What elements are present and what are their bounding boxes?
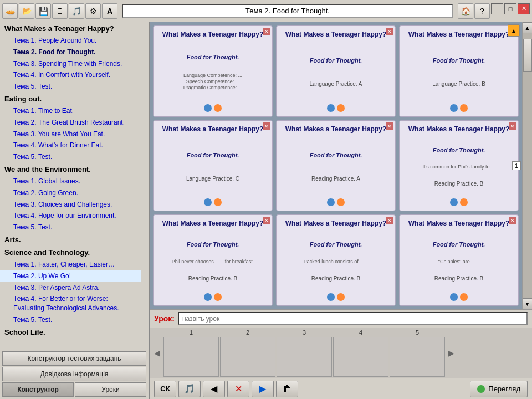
thumb-scroll-left[interactable]: ◀ [152, 333, 162, 373]
scroll-up-arrow[interactable]: ▲ [508, 24, 520, 37]
sidebar-item-3-5[interactable]: Тема 5. Test. [0, 222, 141, 233]
card-close-7[interactable]: ✕ [386, 217, 393, 224]
card-title-2: What Makes a Teenager Happy? [408, 30, 510, 39]
toolbar-btn-font[interactable]: A [102, 3, 117, 19]
card-close-5[interactable]: ✕ [509, 122, 516, 130]
thumbnail-2[interactable] [220, 337, 275, 377]
right-scrollbar[interactable]: ▲ 1 ▼ [522, 22, 532, 309]
card-7: ✕ What Makes a Teenager Happy? Food for … [276, 214, 396, 306]
delete-button[interactable]: 🗑 [276, 381, 298, 397]
sidebar-section-title-1: What Makes a Teenager Happy? [0, 22, 141, 35]
nav-icon[interactable]: 🏠 [458, 3, 473, 19]
thumb-5-container: 5 [390, 329, 445, 377]
constructor-tab-button[interactable]: Конструктор [2, 382, 74, 397]
card-close-0[interactable]: ✕ [263, 28, 270, 35]
toolbar-btn-table[interactable]: 🗒 [52, 3, 68, 19]
sidebar-section-title-4: Arts. [0, 233, 141, 246]
prev-button[interactable]: ◀ [203, 381, 225, 397]
dot-orange-3 [214, 198, 222, 206]
card-close-4[interactable]: ✕ [386, 122, 393, 130]
sidebar-item-3-2[interactable]: Тема 2. Going Green. [0, 187, 141, 199]
sidebar-item-5-2[interactable]: Тема 2. Up We Go! [0, 270, 141, 282]
card-label-5: Reading Practice. B [434, 181, 483, 187]
dot-orange-8 [460, 293, 468, 301]
card-subtitle-5: Food for Thought. [433, 147, 485, 154]
bottom-panel: Урок: ◀ 1 2 3 4 [150, 309, 532, 399]
card-label-4: Reading Practice. A [311, 176, 360, 182]
dot-blue-2 [450, 104, 458, 112]
scroll-down-btn[interactable]: ▼ [523, 298, 533, 309]
lesson-name-input[interactable] [178, 312, 528, 325]
title-input[interactable] [122, 4, 453, 18]
thumbnail-1[interactable] [163, 337, 219, 377]
card-footer-3 [204, 198, 222, 206]
lessons-tab-button[interactable]: Уроки [75, 382, 146, 397]
sidebar-item-3-3[interactable]: Тема 3. Choices and Challenges. [0, 199, 141, 211]
main-area: What Makes a Teenager Happy? Тема 1. Peo… [0, 22, 532, 399]
card-close-3[interactable]: ✕ [263, 122, 270, 130]
sidebar-item-2-5[interactable]: Тема 5. Test. [0, 151, 141, 163]
test-constructor-button[interactable]: Конструктор тестових завдань [2, 351, 146, 366]
card-subtitle-6: Food for Thought. [187, 241, 239, 248]
minimize-button[interactable]: _ [491, 3, 503, 14]
sidebar-item-3-1[interactable]: Тема 1. Global Issues. [0, 176, 141, 187]
ck-button[interactable]: СК [154, 381, 176, 397]
card-close-6[interactable]: ✕ [263, 217, 270, 224]
card-title-8: What Makes a Teenager Happy? [408, 219, 510, 228]
thumbnail-4[interactable] [333, 337, 388, 377]
close-button[interactable]: ✕ [518, 3, 530, 14]
sidebar-item-5-3[interactable]: Тема 3. Per Aspera Ad Astra. [0, 282, 141, 294]
thumbnail-5[interactable] [390, 337, 445, 377]
card-footer-2 [450, 104, 468, 112]
sidebar-item-2-2[interactable]: Тема 2. The Great British Restaurant. [0, 117, 141, 129]
dot-blue-3 [204, 198, 212, 206]
sidebar-item-1-4[interactable]: Тема 4. In Comfort with Yourself. [0, 69, 141, 81]
toolbar-btn-pie[interactable]: 🥧 [2, 3, 18, 19]
sidebar-section-title-5: Science and Technology. [0, 246, 141, 259]
music-remove-button[interactable]: 🎵 [178, 381, 201, 397]
card-2: ✕ What Makes a Teenager Happy? Food for … [399, 25, 519, 117]
sidebar-item-5-1[interactable]: Тема 1. Faster, Cheaper, Easier… [0, 259, 141, 270]
sidebar-item-5-4[interactable]: Тема 4. For Better or for Worse: Evaluat… [0, 293, 141, 314]
dot-blue-4 [327, 198, 335, 206]
card-5: ✕ What Makes a Teenager Happy? Food for … [399, 120, 519, 212]
lesson-label: Урок: [154, 314, 175, 323]
card-subtitle-1: Food for Thought. [310, 57, 362, 64]
sidebar-item-1-2[interactable]: Тема 2. Food for Thought. [0, 47, 141, 58]
card-close-8[interactable]: ✕ [509, 217, 516, 224]
sidebar-item-3-4[interactable]: Тема 4. Hope for our Environment. [0, 210, 141, 222]
toolbar-btn-music[interactable]: 🎵 [69, 3, 84, 19]
preview-button[interactable]: Перегляд [470, 381, 528, 397]
sidebar-item-2-4[interactable]: Тема 4. What's for Dinner Eat. [0, 140, 141, 151]
card-title-1: What Makes a Teenager Happy? [285, 30, 387, 39]
sidebar-item-2-1[interactable]: Тема 1. Time to Eat. [0, 105, 141, 117]
next-button[interactable]: ▶ [252, 381, 274, 397]
toolbar-btn-save[interactable]: 💾 [35, 3, 51, 19]
dot-blue-6 [204, 293, 212, 301]
toolbar-btn-folder[interactable]: 📂 [19, 3, 34, 19]
reference-info-button[interactable]: Довідкова інформація [2, 367, 146, 381]
help-icon[interactable]: ? [474, 3, 490, 19]
sidebar-item-1-3[interactable]: Тема 3. Spending Time with Friends. [0, 58, 141, 70]
sidebar-item-5-5[interactable]: Тема 5. Test. [0, 314, 141, 326]
cancel-button[interactable]: ✕ [227, 381, 249, 397]
sidebar-item-1-1[interactable]: Тема 1. People Around You. [0, 35, 141, 47]
sidebar-content[interactable]: What Makes a Teenager Happy? Тема 1. Peo… [0, 22, 141, 349]
scroll-up-btn[interactable]: ▲ [523, 22, 533, 33]
card-title-0: What Makes a Teenager Happy? [162, 30, 264, 39]
lesson-row: Урок: [150, 310, 532, 328]
scroll-thumb[interactable] [523, 39, 532, 72]
sidebar-item-1-5[interactable]: Тема 5. Test. [0, 81, 141, 93]
card-footer-4 [327, 198, 345, 206]
preview-label: Перегляд [488, 385, 520, 393]
toolbar-left-buttons: СК 🎵 ◀ ✕ ▶ 🗑 [154, 381, 298, 397]
card-label-3: Language Practice. C [186, 176, 239, 182]
dot-orange-4 [337, 198, 345, 206]
thumb-scroll-right[interactable]: ▶ [446, 333, 457, 373]
toolbar-btn-settings[interactable]: ⚙ [85, 3, 101, 19]
sidebar-item-2-3[interactable]: Тема 3. You are What You Eat. [0, 129, 141, 140]
thumbnail-3[interactable] [277, 337, 332, 377]
card-close-1[interactable]: ✕ [386, 28, 393, 35]
scroll-body: 1 [523, 33, 532, 298]
restore-button[interactable]: □ [504, 3, 516, 14]
